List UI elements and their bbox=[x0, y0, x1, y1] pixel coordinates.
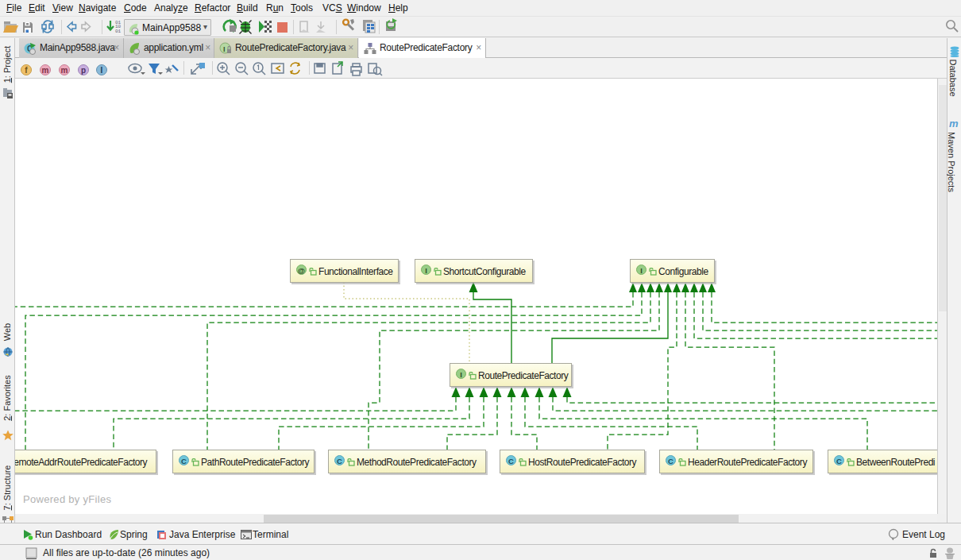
svg-text:01: 01 bbox=[115, 29, 122, 34]
svg-text:I: I bbox=[223, 45, 225, 53]
